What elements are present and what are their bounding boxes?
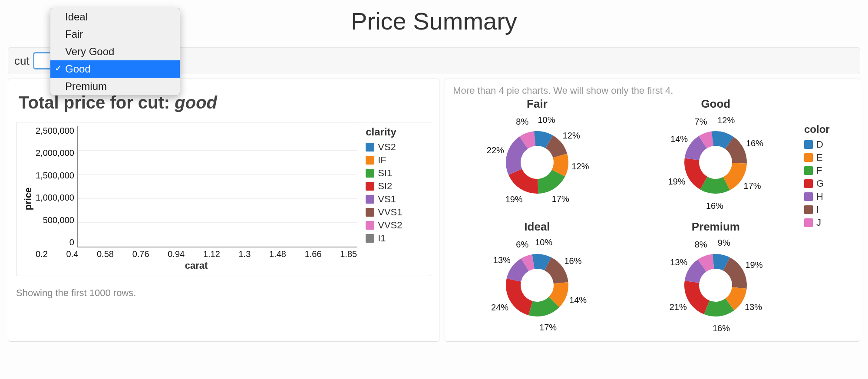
swatch-icon <box>366 182 374 191</box>
donut-svg <box>479 235 596 335</box>
legend-label: IF <box>378 155 386 166</box>
swatch-icon <box>366 195 374 204</box>
donut-holder: 8%9%19%13%16%21%13% <box>657 235 774 335</box>
x-tick: 1.66 <box>305 249 322 259</box>
donut-title: Good <box>632 97 800 111</box>
donut-svg <box>479 112 596 212</box>
legend-label: I <box>816 204 819 215</box>
cut-option-premium[interactable]: Premium <box>50 78 180 95</box>
swatch-icon <box>804 153 813 162</box>
swatch-icon <box>804 166 813 175</box>
cut-option-ideal[interactable]: Ideal <box>50 8 180 26</box>
color-legend: color DEFGHIJ <box>800 97 852 335</box>
left-heading-cut: good <box>175 93 217 112</box>
legend-item-I[interactable]: I <box>804 204 852 215</box>
x-tick: 1.3 <box>239 249 251 259</box>
x-tick: 0.76 <box>132 249 149 259</box>
y-tick: 1,000,000 <box>36 193 74 203</box>
color-legend-title: color <box>804 123 852 135</box>
legend-label: G <box>816 178 824 189</box>
donut-title: Fair <box>453 97 621 111</box>
swatch-icon <box>804 140 813 149</box>
plot-area <box>77 126 357 247</box>
filter-bar: cut IdealFairVery GoodGoodPremium <box>8 47 860 74</box>
donut-grid: Fair8%10%12%12%17%19%22%Good7%12%16%17%1… <box>453 97 800 335</box>
x-tick: 0.94 <box>168 249 185 259</box>
legend-item-J[interactable]: J <box>804 217 852 228</box>
legend-item-E[interactable]: E <box>804 152 852 163</box>
swatch-icon <box>804 179 813 188</box>
x-tick: 1.12 <box>203 249 220 259</box>
legend-item-D[interactable]: D <box>804 139 852 150</box>
legend-label: E <box>816 152 823 163</box>
filter-label: cut <box>14 54 30 68</box>
donut-ideal: Ideal6%10%16%14%17%24%13% <box>453 220 621 335</box>
legend-label: VVS2 <box>378 220 402 231</box>
swatch-icon <box>804 205 813 214</box>
slice-G <box>684 281 710 314</box>
legend-item-IF[interactable]: IF <box>366 155 426 166</box>
donut-title: Premium <box>632 220 800 234</box>
y-ticks: 2,500,0002,000,0001,500,0001,000,000500,… <box>36 126 77 247</box>
y-tick: 500,000 <box>43 215 74 225</box>
legend-label: F <box>816 165 822 176</box>
legend-item-SI1[interactable]: SI1 <box>366 168 426 179</box>
donut-svg <box>657 235 774 335</box>
x-tick: 0.2 <box>36 249 48 259</box>
legend-label: SI2 <box>378 181 392 192</box>
y-axis-label: price <box>23 187 34 210</box>
swatch-icon <box>804 218 813 227</box>
y-tick: 1,500,000 <box>36 171 74 181</box>
footnote: Showing the first 1000 rows. <box>16 287 431 299</box>
cut-option-good[interactable]: Good <box>50 60 180 78</box>
x-axis-label: carat <box>36 260 357 271</box>
donut-title: Ideal <box>453 220 621 234</box>
x-tick: 1.48 <box>269 249 286 259</box>
donut-premium: Premium8%9%19%13%16%21%13% <box>632 220 800 335</box>
legend-item-I1[interactable]: I1 <box>366 233 426 244</box>
left-panel: Total price for cut: good price 2,500,00… <box>8 79 439 342</box>
clarity-legend: clarity VS2IFSI1SI2VS1VVS1VVS2I1 <box>357 126 426 271</box>
legend-label: H <box>816 191 823 202</box>
legend-item-G[interactable]: G <box>804 178 852 189</box>
legend-item-VS2[interactable]: VS2 <box>366 142 426 153</box>
x-tick: 1.85 <box>340 249 357 259</box>
swatch-icon <box>366 208 374 217</box>
legend-item-VVS1[interactable]: VVS1 <box>366 207 426 218</box>
donut-good: Good7%12%16%17%16%19%14% <box>632 97 800 212</box>
right-panel: More than 4 pie charts. We will show onl… <box>445 79 860 342</box>
legend-label: VS2 <box>378 142 396 153</box>
donut-holder: 6%10%16%14%17%24%13% <box>479 235 596 335</box>
bar-chart: price 2,500,0002,000,0001,500,0001,000,0… <box>16 122 431 276</box>
clarity-legend-title: clarity <box>366 126 426 138</box>
legend-item-F[interactable]: F <box>804 165 852 176</box>
legend-item-SI2[interactable]: SI2 <box>366 181 426 192</box>
swatch-icon <box>366 169 374 178</box>
cut-option-very-good[interactable]: Very Good <box>50 43 180 60</box>
legend-label: VS1 <box>378 194 396 205</box>
y-tick: 0 <box>69 237 74 247</box>
legend-item-VVS2[interactable]: VVS2 <box>366 220 426 231</box>
swatch-icon <box>804 192 813 201</box>
y-tick: 2,000,000 <box>36 148 74 158</box>
swatch-icon <box>366 234 374 243</box>
legend-item-VS1[interactable]: VS1 <box>366 194 426 205</box>
right-note: More than 4 pie charts. We will show onl… <box>453 85 852 96</box>
cut-option-fair[interactable]: Fair <box>50 26 180 43</box>
donut-fair: Fair8%10%12%12%17%19%22% <box>453 97 621 212</box>
legend-label: I1 <box>378 233 386 244</box>
legend-label: D <box>816 139 823 150</box>
y-tick: 2,500,000 <box>36 126 74 136</box>
cut-dropdown: IdealFairVery GoodGoodPremium <box>50 8 180 96</box>
donut-holder: 8%10%12%12%17%19%22% <box>479 112 596 212</box>
left-heading: Total price for cut: good <box>19 93 431 112</box>
donut-holder: 7%12%16%17%16%19%14% <box>657 112 774 212</box>
left-heading-prefix: Total price for cut: <box>19 93 175 112</box>
legend-item-H[interactable]: H <box>804 191 852 202</box>
slice-G <box>506 279 533 316</box>
legend-label: SI1 <box>378 168 392 179</box>
x-tick: 0.4 <box>66 249 79 259</box>
legend-label: J <box>816 217 821 228</box>
donut-svg <box>657 112 774 212</box>
x-tick: 0.58 <box>97 249 114 259</box>
